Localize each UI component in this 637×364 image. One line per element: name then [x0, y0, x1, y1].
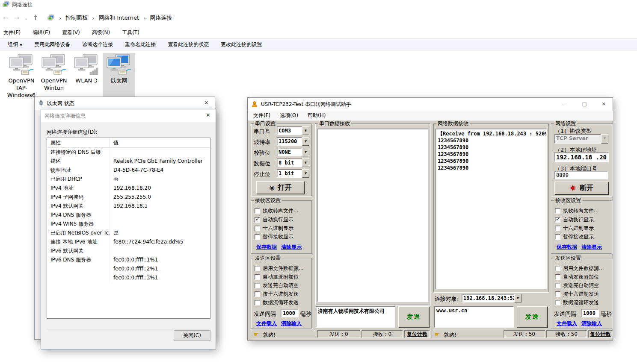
save-data-link[interactable]: 保存数据: [557, 244, 577, 251]
table-row[interactable]: fec0:0:0:ffff::2%1: [47, 264, 210, 273]
checkbox-hex-display[interactable]: 十六进制显示: [255, 224, 293, 232]
ethernet-status-titlebar[interactable]: 以太网 状态 ✕: [35, 97, 215, 110]
table-row[interactable]: IPv4 地址192.168.18.20: [47, 184, 210, 193]
stop-bits-combobox[interactable]: 1 bit▼: [277, 169, 309, 178]
menu-view[interactable]: 查看(V): [62, 29, 86, 36]
details-table-header[interactable]: 属性 值: [47, 138, 210, 148]
menu-options[interactable]: 选项(O): [280, 112, 298, 119]
checkbox-clear-after-send[interactable]: 发送完自动清空: [255, 282, 299, 289]
view-status-button[interactable]: 查看此连接的状态: [168, 41, 209, 48]
checkbox-auto-linebreak[interactable]: 自动换行显示: [555, 216, 594, 223]
chevron-down-icon[interactable]: ▼: [302, 159, 309, 167]
table-row[interactable]: IPv4 DNS 服务器: [47, 211, 210, 220]
checkbox-clear-after-send[interactable]: 发送完自动清空: [555, 282, 599, 289]
change-settings-button[interactable]: 更改此连接的设置: [221, 41, 262, 48]
checkbox-auto-send-append[interactable]: 自动发送附加位: [555, 273, 599, 281]
protocol-combobox[interactable]: TCP Server▼: [554, 134, 608, 144]
local-port-input[interactable]: 8899: [554, 171, 608, 179]
chevron-down-icon[interactable]: ▼: [302, 169, 309, 178]
menu-file[interactable]: 文件(F): [3, 29, 27, 36]
close-button[interactable]: 关闭(C): [174, 330, 210, 341]
column-property[interactable]: 属性: [47, 138, 110, 147]
chevron-down-icon[interactable]: ▼: [302, 126, 309, 135]
checkbox-file-data-source[interactable]: 启用文件数据源...: [255, 264, 303, 272]
data-bits-combobox[interactable]: 8 bit▼: [277, 159, 309, 167]
table-row[interactable]: IPv6 默认网关: [47, 247, 210, 255]
disable-device-button[interactable]: 禁用此网络设备: [34, 41, 70, 48]
chevron-down-icon[interactable]: ▼: [302, 148, 309, 156]
details-table[interactable]: 属性 值 连接特定的 DNS 后缀 描述Realtek PCIe GbE Fam…: [47, 138, 210, 319]
menu-help[interactable]: 帮助(H): [308, 112, 326, 119]
send-interval-input[interactable]: 1000: [581, 309, 599, 317]
checkbox-auto-send-append[interactable]: 自动发送附加位: [255, 273, 299, 281]
checkbox-receive-to-file[interactable]: 接收转向文件...: [555, 207, 598, 214]
explorer-titlebar[interactable]: 网络连接: [0, 0, 637, 9]
table-row[interactable]: 描述Realtek PCIe GbE Family Controller: [47, 157, 210, 166]
save-data-link[interactable]: 保存数据: [256, 244, 277, 251]
network-send-button[interactable]: 发送: [517, 306, 548, 328]
disconnect-button[interactable]: 断开: [554, 182, 608, 194]
clear-input-link[interactable]: 清除输入: [281, 320, 302, 327]
close-icon[interactable]: ✕: [595, 98, 613, 111]
table-row[interactable]: IPv4 WINS 服务器: [47, 220, 210, 229]
checkbox-receive-to-file[interactable]: 接收转向文件...: [255, 207, 298, 214]
breadcrumb-item-control-panel[interactable]: 控制面板: [65, 14, 88, 22]
load-file-link[interactable]: 文件载入: [256, 320, 277, 327]
table-row[interactable]: fec0:0:0:ffff::3%1: [47, 273, 210, 282]
table-row[interactable]: IPv6 DNS 服务器fec0:0:0:ffff::1%1: [47, 255, 210, 264]
local-ip-input[interactable]: 192.168.18 .20: [554, 153, 609, 162]
menu-advanced[interactable]: 高级(N): [92, 29, 116, 36]
chevron-down-icon[interactable]: ▼: [302, 137, 309, 146]
recent-locations-chevron-icon[interactable]: ⌄: [22, 16, 30, 21]
baud-rate-combobox[interactable]: 115200▼: [277, 137, 309, 146]
organize-button[interactable]: 组织▼: [8, 41, 22, 48]
table-row[interactable]: 连接特定的 DNS 后缀: [47, 148, 210, 157]
peer-combobox[interactable]: 192.168.18.243:520▼: [462, 294, 521, 302]
table-row[interactable]: IPv4 子网掩码255.255.255.0: [47, 193, 210, 202]
checkbox-hex-display[interactable]: 十六进制显示: [555, 224, 594, 232]
checkbox-send-as-hex[interactable]: 按十六进制发送: [555, 290, 599, 298]
serial-reset-count-link[interactable]: 复位计数: [404, 330, 430, 338]
serial-send-button[interactable]: 发送: [398, 306, 429, 328]
chevron-down-icon[interactable]: ▼: [514, 294, 521, 302]
checkbox-pause-receive[interactable]: 暂停接收显示: [255, 233, 293, 241]
maximize-icon[interactable]: □: [575, 98, 593, 111]
adapter-wlan3[interactable]: WLAN 3: [70, 53, 103, 100]
table-row[interactable]: 连接-本地 IPv6 地址fe80::7c24:94fc:fe2a:dd%5: [47, 238, 210, 247]
clear-display-link[interactable]: 清除显示: [281, 244, 302, 251]
open-serial-button[interactable]: ◉ 打开: [256, 181, 305, 194]
checkbox-loop-send[interactable]: 数据流循环发送: [255, 299, 299, 306]
menu-tools[interactable]: 工具(T): [122, 29, 145, 36]
connection-details-titlebar[interactable]: 网络连接详细信息 ✕: [41, 109, 216, 122]
table-row[interactable]: 已启用 NetBIOS over Tc...是: [47, 229, 210, 238]
network-reset-count-link[interactable]: 复位计数: [588, 330, 613, 338]
clear-display-link[interactable]: 清除显示: [581, 244, 602, 251]
parity-combobox[interactable]: NONE▼: [277, 148, 309, 156]
checkbox-file-data-source[interactable]: 启用文件数据源...: [555, 264, 604, 272]
checkbox-pause-receive[interactable]: 暂停接收显示: [555, 233, 594, 241]
up-icon[interactable]: ↑: [30, 14, 41, 22]
breadcrumb-item-network-internet[interactable]: 网络和 Internet: [98, 14, 139, 22]
serial-receive-area[interactable]: [317, 129, 428, 302]
table-row[interactable]: IPv4 默认网关192.168.18.1: [47, 202, 210, 211]
network-send-input[interactable]: www.usr.cn: [434, 306, 514, 328]
forward-icon[interactable]: →: [11, 14, 22, 22]
rename-connection-button[interactable]: 重命名此连接: [125, 41, 156, 48]
close-icon[interactable]: ✕: [204, 100, 209, 106]
send-interval-input[interactable]: 1000: [281, 309, 299, 317]
serial-send-input[interactable]: 济南有人物联网技术有限公司: [316, 306, 395, 328]
network-receive-area[interactable]: 【Receive from 192.168.18.243 : 52099】: 1…: [436, 129, 547, 289]
checkbox-auto-linebreak[interactable]: 自动换行显示: [255, 216, 293, 223]
diagnose-connection-button[interactable]: 诊断这个连接: [82, 41, 113, 48]
minimize-icon[interactable]: ─: [556, 98, 574, 111]
table-row[interactable]: 物理地址D4-5D-64-7C-78-E4: [47, 166, 210, 175]
checkbox-loop-send[interactable]: 数据流循环发送: [555, 299, 599, 306]
back-icon[interactable]: ←: [0, 14, 11, 22]
adapter-openvpn-tap[interactable]: OpenVPN TAP-Windows6: [5, 53, 38, 100]
menu-edit[interactable]: 编辑(E): [33, 29, 56, 36]
com-port-combobox[interactable]: COM3▼: [277, 126, 309, 135]
load-file-link[interactable]: 文件载入: [557, 320, 577, 327]
column-value[interactable]: 值: [110, 138, 119, 147]
close-icon[interactable]: ✕: [206, 112, 210, 118]
breadcrumb-item-network-connections[interactable]: 网络连接: [150, 14, 172, 22]
